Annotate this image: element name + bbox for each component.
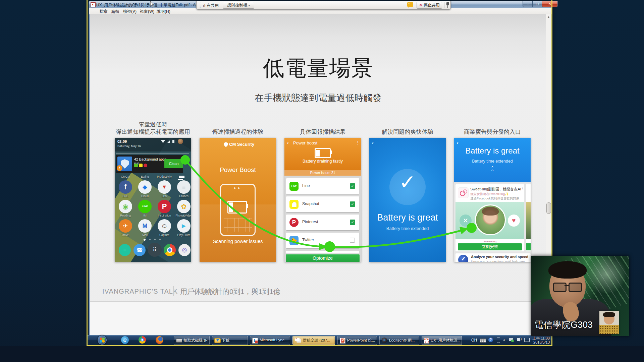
task-logitech[interactable]: Logitech® 網...: [379, 336, 419, 345]
speaker-cone: [518, 337, 520, 342]
network-icon[interactable]: [524, 338, 530, 342]
page-indicator-dots: [144, 239, 164, 241]
snapchat-mini-icon: [139, 164, 143, 167]
battery-icon: [172, 140, 174, 143]
powerboost-title: Power Boost: [200, 166, 276, 174]
stop-x-icon: ✕: [419, 3, 423, 7]
app-row-line: LINE Line ✓: [286, 178, 359, 194]
lbs-folder-icon: ▼: [158, 180, 171, 194]
close-button[interactable]: ✕: [542, 1, 558, 7]
webcam-label: 電信學院G303: [534, 319, 593, 331]
glasses-bridge: [565, 285, 569, 286]
install-button: 立刻安裝: [458, 243, 522, 250]
phone4-success-screenshot: ‹ ✓ Battery is great Battery time extend…: [369, 138, 446, 262]
next-ad-card-sliver: [526, 184, 531, 251]
start-button[interactable]: [98, 336, 107, 345]
battery-nub: [247, 204, 248, 208]
firefox-icon[interactable]: [156, 336, 163, 344]
photo-folder-icon: ✿: [177, 200, 191, 213]
column2-label: 傳達掃描過程的体験: [201, 128, 275, 136]
show-hidden-icons[interactable]: ▲: [503, 338, 505, 341]
app-row-snapchat: Snapchat ✓: [286, 196, 359, 212]
task-pdf-active[interactable]: PDF UX_用戶体験設...: [422, 336, 462, 345]
result-subtitle: Battery time extended: [454, 159, 531, 164]
power-issue-banner: Power issue: 21: [284, 170, 361, 176]
ad-menu-icon: ⋮: [521, 186, 524, 191]
phone1-home-screenshot: 02:09 Saturday, May 16 ! 42 Background a…: [115, 138, 191, 262]
folder-label: Productivity: [155, 175, 174, 178]
task-downloads-folder[interactable]: 下載: [212, 336, 248, 345]
checkbox-checked: ✓: [350, 183, 355, 189]
wifi-icon: [161, 140, 165, 143]
grip-icon[interactable]: ⋮⋮: [199, 3, 200, 7]
folder-label: Eating: [135, 175, 155, 178]
result-header: ‹ Battery is great Battery time extended…: [454, 138, 531, 182]
folder-label: IM: [135, 214, 155, 217]
scroll-up-icon[interactable]: ▲: [547, 15, 550, 19]
powerpoint-icon: P: [340, 338, 345, 344]
chat-bubbles-icon: “: [295, 338, 300, 341]
pin-icon[interactable]: [446, 2, 449, 5]
usb-green-check: ✓: [511, 340, 514, 342]
keyboard-icon[interactable]: [480, 339, 486, 343]
battery-fill: [229, 202, 233, 212]
task-label: 抽取式磁碟 (F:): [183, 338, 208, 343]
optimize-button: Optomize: [286, 254, 360, 262]
phone2-scan-screenshot: CM Security Power Boost Scanning power i…: [200, 138, 276, 262]
phone5-ad-screenshot: ‹ Battery is great Battery time extended…: [454, 138, 531, 262]
overflow-menu-icon: ⋮: [356, 140, 360, 145]
folder-label: LBS: [155, 194, 174, 198]
clock-date[interactable]: 2016/5/13: [532, 340, 550, 344]
battery-notification-card: ! 42 Background apps run.. Clean: [116, 155, 183, 173]
task-group-chat[interactable]: “ 群組交談 (207...: [292, 336, 335, 345]
sweetring-logo: SweetRing: [455, 240, 524, 243]
mail-folder-icon: M: [138, 219, 152, 233]
usb-safely-remove-icon[interactable]: ✓: [509, 338, 513, 341]
ie-icon[interactable]: e: [121, 336, 129, 344]
device-status-icon[interactable]: [497, 338, 500, 343]
task-lync[interactable]: L Microsoft Lync...: [250, 336, 290, 345]
usb-drive-icon: [176, 339, 182, 343]
ring-shape2: [463, 189, 467, 194]
help-icon[interactable]: ?: [488, 338, 493, 342]
snapchat-icon: [289, 200, 299, 209]
alert-badge-icon: !: [117, 165, 122, 171]
lync-badge: [255, 341, 258, 343]
dot: [149, 239, 151, 240]
footer-brand: IVANGRAPHIC'S TALK: [102, 288, 178, 295]
pdf-window: ▲ UX_用戶体験設計的0到1與1到1億_中華電信Talk.pdf - Adob…: [89, 1, 552, 336]
flag-blue: [100, 340, 102, 343]
im-chat-icon[interactable]: “: [407, 2, 413, 7]
playstore-folder-icon: ▶: [177, 219, 191, 233]
speaker-icon[interactable]: ): [517, 338, 519, 341]
messaging-dock-icon: ≡: [119, 244, 131, 256]
collapse-chevron-icon: ⌃⌃: [454, 166, 531, 173]
phone1-status-bar: 02:09 Saturday, May 16: [115, 138, 191, 152]
dot: [144, 239, 146, 241]
folder-label: Photo&Video: [174, 214, 191, 217]
task-powerpoint[interactable]: P PowerPoint 投...: [337, 336, 377, 345]
ppt-p: P: [341, 339, 344, 343]
shield-tile: !: [117, 157, 132, 171]
app-drawer-icon: ⠿: [148, 243, 162, 257]
scrollbar-thumb[interactable]: [546, 202, 551, 214]
reject-x-button: ✕: [460, 215, 472, 227]
flag-red: [100, 338, 102, 340]
slide-footer-band: [90, 301, 546, 336]
checkbox-checked: ✓: [350, 201, 355, 207]
task-usb-drive[interactable]: 抽取式磁碟 (F:): [174, 336, 210, 345]
pdf-task-icon: PDF: [424, 338, 429, 344]
line-icon: LINE: [289, 182, 299, 191]
give-control-button[interactable]: 授與控制權 ▾: [223, 2, 254, 9]
app-name: Pinterest: [302, 220, 318, 224]
language-indicator[interactable]: CH: [471, 338, 477, 343]
chrome-icon[interactable]: [139, 336, 146, 344]
desktop: ▲ UX_用戶体験設計的0到1與1到1億_中華電信Talk.pdf - Adob…: [0, 0, 644, 362]
stop-sharing-button[interactable]: ✕ 停止共用: [417, 2, 442, 9]
minimize-button[interactable]: –: [523, 1, 533, 7]
column1-label-line1: 電量過低時: [116, 121, 190, 128]
contacts-dock-icon: ☎: [133, 244, 146, 256]
maximize-button[interactable]: ▢: [532, 1, 542, 7]
folder-label: Mail: [135, 233, 155, 237]
ad-title: SweetRing甜甜圈、婚戀交友APP: [470, 187, 521, 192]
